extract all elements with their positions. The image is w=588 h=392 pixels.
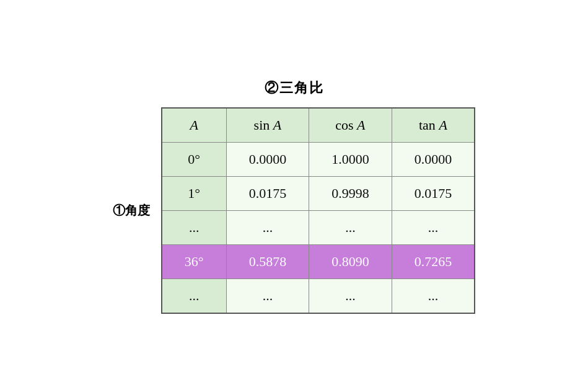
cell-tan: ... — [392, 210, 475, 244]
table-row: 0°0.00001.00000.0000 — [162, 142, 475, 176]
outer-wrapper: ①角度 A sin A cos A tan A 0°0.00001.00000.… — [113, 107, 475, 314]
cell-angle: 0° — [162, 142, 226, 176]
cell-tan: 0.0175 — [392, 176, 475, 210]
cell-sin: 0.5878 — [226, 244, 309, 278]
side-label: ①角度 — [113, 202, 150, 219]
cell-cos: 0.8090 — [309, 244, 392, 278]
header-angle: A — [162, 108, 226, 143]
table-row: ............ — [162, 278, 475, 313]
cell-angle: ... — [162, 278, 226, 313]
cell-sin: 0.0000 — [226, 142, 309, 176]
header-row: A sin A cos A tan A — [162, 108, 475, 143]
cell-sin: 0.0175 — [226, 176, 309, 210]
header-tan: tan A — [392, 108, 475, 143]
cell-cos: ... — [309, 210, 392, 244]
cell-angle: 36° — [162, 244, 226, 278]
header-cos: cos A — [309, 108, 392, 143]
page-container: ②三角比 ①角度 A sin A cos A tan A 0°0.00001.0… — [113, 79, 475, 314]
cell-cos: ... — [309, 278, 392, 313]
cell-tan: 0.7265 — [392, 244, 475, 278]
cell-tan: 0.0000 — [392, 142, 475, 176]
cell-sin: ... — [226, 278, 309, 313]
table-body: 0°0.00001.00000.00001°0.01750.99980.0175… — [162, 142, 475, 313]
cell-angle: 1° — [162, 176, 226, 210]
trig-table: A sin A cos A tan A 0°0.00001.00000.0000… — [161, 107, 475, 314]
page-title: ②三角比 — [265, 79, 324, 97]
cell-tan: ... — [392, 278, 475, 313]
cell-cos: 0.9998 — [309, 176, 392, 210]
table-row: 1°0.01750.99980.0175 — [162, 176, 475, 210]
cell-cos: 1.0000 — [309, 142, 392, 176]
table-row: ............ — [162, 210, 475, 244]
cell-angle: ... — [162, 210, 226, 244]
header-sin: sin A — [226, 108, 309, 143]
cell-sin: ... — [226, 210, 309, 244]
table-row: 36°0.58780.80900.7265 — [162, 244, 475, 278]
